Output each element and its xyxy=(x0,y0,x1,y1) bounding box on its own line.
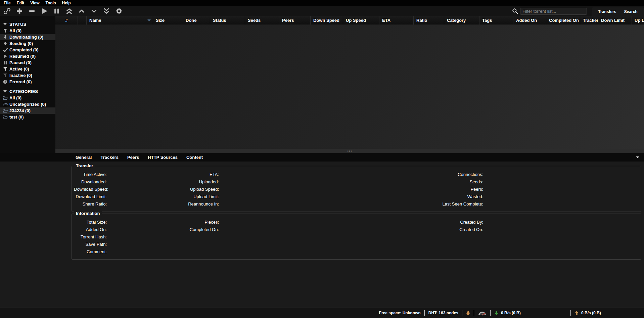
filter-sidebar: STATUS All (0) Downloading (0) Seeding (… xyxy=(0,16,55,153)
folder-icon xyxy=(3,102,8,107)
toolbar: Transfers Search xyxy=(0,6,644,16)
add-torrent-file-button[interactable] xyxy=(15,7,24,15)
decrease-priority-button[interactable] xyxy=(90,7,98,15)
label-connections: Connections: xyxy=(440,172,483,177)
torrent-table-header: # Name Size Done Status Seeds Peers Down… xyxy=(55,16,644,25)
col-done[interactable]: Done xyxy=(183,16,210,25)
separator xyxy=(474,310,474,316)
label-total-size: Total Size: xyxy=(74,220,107,225)
label-reannounce-in: Reannounce In: xyxy=(179,201,219,207)
menu-view[interactable]: View xyxy=(27,1,42,5)
label-save-path: Save Path: xyxy=(74,242,107,247)
tab-http-sources[interactable]: HTTP Sources xyxy=(143,153,182,162)
col-up-speed[interactable]: Up Speed xyxy=(343,16,379,25)
main-view-tabs: Transfers Search xyxy=(592,7,644,16)
folder-icon xyxy=(3,108,8,113)
col-completed-on[interactable]: Completed On xyxy=(546,16,580,25)
col-down-limit[interactable]: Down Limit xyxy=(598,16,632,25)
filter-downloading[interactable]: Downloading (0) xyxy=(0,34,55,40)
tab-general[interactable]: General xyxy=(71,153,96,162)
menu-help[interactable]: Help xyxy=(59,1,74,5)
down-arrow-icon xyxy=(494,311,499,315)
menu-file[interactable]: File xyxy=(1,1,14,5)
resume-button[interactable] xyxy=(40,7,49,15)
label-pieces: Pieces: xyxy=(179,220,219,225)
filter-resumed[interactable]: Resumed (0) xyxy=(0,53,55,59)
category-234234[interactable]: 234234 (0) xyxy=(0,107,55,114)
filter-seeding[interactable]: Seeding (0) xyxy=(0,40,55,47)
tab-content[interactable]: Content xyxy=(182,153,207,162)
filter-completed[interactable]: Completed (0) xyxy=(0,47,55,53)
filter-torrent-input[interactable] xyxy=(520,8,587,15)
col-ratio[interactable]: Ratio xyxy=(414,16,444,25)
col-seeds[interactable]: Seeds xyxy=(245,16,279,25)
separator xyxy=(462,310,462,316)
download-speed-text: 0 B/s (0 B) xyxy=(501,311,521,315)
col-status[interactable]: Status xyxy=(210,16,245,25)
menu-bar: File Edit View Tools Help xyxy=(0,0,644,6)
label-uploaded: Uploaded: xyxy=(179,179,219,184)
menu-tools[interactable]: Tools xyxy=(42,1,59,5)
increase-priority-button[interactable] xyxy=(77,7,86,15)
link-icon xyxy=(3,7,11,15)
col-up-limit[interactable]: Up Limit xyxy=(632,16,644,25)
category-uncategorized[interactable]: Uncategorized (0) xyxy=(0,101,55,107)
menu-edit[interactable]: Edit xyxy=(14,1,28,5)
play-small-icon xyxy=(3,54,8,59)
alt-speed-gauge-icon[interactable] xyxy=(478,310,487,316)
download-speed-widget[interactable]: 0 B/s (0 B) xyxy=(494,311,567,315)
settings-button[interactable] xyxy=(114,7,123,15)
delete-torrent-button[interactable] xyxy=(28,7,36,15)
col-added-on[interactable]: Added On xyxy=(513,16,546,25)
separator xyxy=(424,310,425,316)
col-icon[interactable] xyxy=(78,16,87,25)
col-size[interactable]: Size xyxy=(153,16,183,25)
information-fieldset: Information Total Size:Pieces:Created By… xyxy=(72,214,641,260)
filter-paused[interactable]: Paused (0) xyxy=(0,59,55,66)
filter-active[interactable]: Active (0) xyxy=(0,66,55,72)
label-wasted: Wasted: xyxy=(440,194,483,199)
pause-button[interactable] xyxy=(52,7,61,15)
col-down-speed[interactable]: Down Speed xyxy=(311,16,343,25)
panel-splitter-handle[interactable]: ... xyxy=(55,149,644,153)
col-peers[interactable]: Peers xyxy=(279,16,311,25)
upload-speed-widget[interactable]: 0 B/s (0 B) xyxy=(574,311,644,315)
tab-search[interactable]: Search xyxy=(623,9,639,14)
check-icon xyxy=(3,48,8,52)
label-torrent-hash: Torrent Hash: xyxy=(74,234,107,239)
collapse-arrow-icon xyxy=(3,23,7,25)
label-seeds: Seeds: xyxy=(440,179,483,184)
label-eta: ETA: xyxy=(179,172,219,177)
connection-status-flame-icon[interactable] xyxy=(466,310,470,316)
information-legend: Information xyxy=(74,211,102,216)
col-tracker[interactable]: Tracker xyxy=(580,16,598,25)
torrent-list[interactable] xyxy=(55,25,644,149)
category-test[interactable]: test (0) xyxy=(0,114,55,120)
arrow-down-icon xyxy=(3,35,8,40)
tab-trackers[interactable]: Trackers xyxy=(96,153,123,162)
filter-inactive[interactable]: Inactive (0) xyxy=(0,72,55,79)
col-number[interactable]: # xyxy=(55,16,78,25)
tab-transfers[interactable]: Transfers xyxy=(597,9,617,14)
panel-collapse-arrow-icon[interactable] xyxy=(636,156,639,158)
filter-all[interactable]: All (0) xyxy=(0,28,55,34)
folder-icon xyxy=(3,115,8,120)
separator xyxy=(570,310,571,316)
status-section-header[interactable]: STATUS xyxy=(0,21,55,28)
label-time-active: Time Active: xyxy=(74,172,107,177)
bottom-priority-button[interactable] xyxy=(102,7,111,15)
label-comment: Comment: xyxy=(74,249,107,254)
filter-errored[interactable]: Errored (0) xyxy=(0,79,55,85)
col-tags[interactable]: Tags xyxy=(479,16,513,25)
add-torrent-link-button[interactable] xyxy=(3,7,11,15)
top-priority-button[interactable] xyxy=(65,7,74,15)
search-icon xyxy=(512,8,518,14)
upload-speed-text: 0 B/s (0 B) xyxy=(581,311,601,315)
tab-peers[interactable]: Peers xyxy=(123,153,143,162)
col-name[interactable]: Name xyxy=(87,16,153,25)
col-category[interactable]: Category xyxy=(444,16,479,25)
funnel-icon xyxy=(3,67,8,72)
category-all[interactable]: All (0) xyxy=(0,95,55,101)
categories-section-header[interactable]: CATEGORIES xyxy=(0,88,55,95)
col-eta[interactable]: ETA xyxy=(379,16,414,25)
